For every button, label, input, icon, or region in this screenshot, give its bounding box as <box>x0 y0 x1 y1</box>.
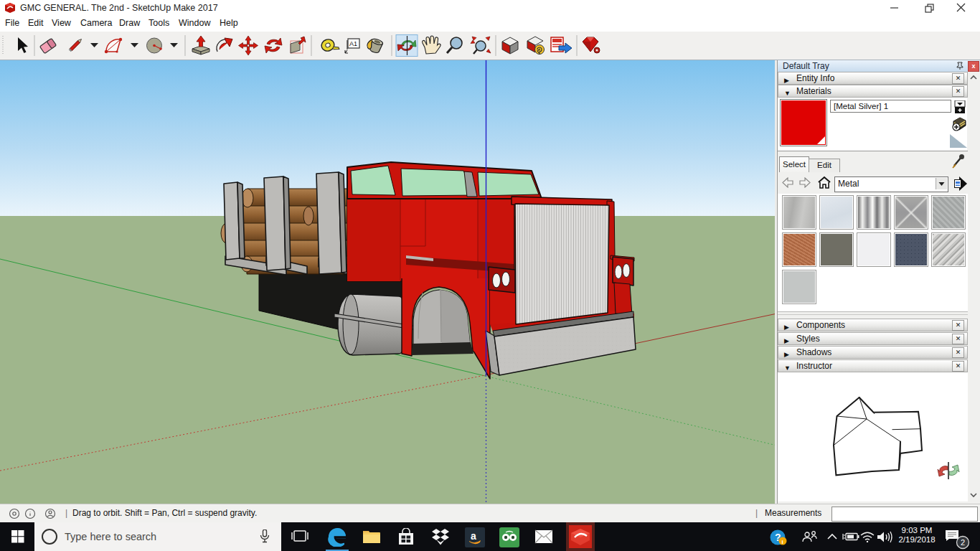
svg-text:a: a <box>471 530 476 542</box>
svg-text:2: 2 <box>961 538 965 547</box>
svg-text:i: i <box>782 539 783 545</box>
svg-text:A1: A1 <box>349 40 357 47</box>
